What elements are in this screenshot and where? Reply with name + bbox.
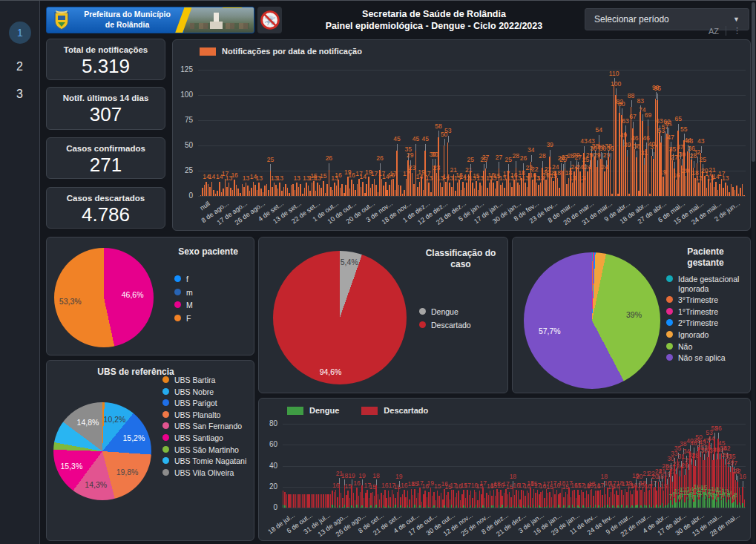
bar-dengue[interactable] <box>395 505 395 508</box>
bar[interactable] <box>578 168 579 196</box>
bar[interactable] <box>627 157 628 196</box>
bar-descartado[interactable] <box>528 493 529 505</box>
bar[interactable] <box>532 180 533 196</box>
bar-dengue[interactable] <box>649 505 650 508</box>
bar-dengue[interactable] <box>479 507 480 508</box>
bar-descartado[interactable] <box>300 494 301 508</box>
bar[interactable] <box>323 181 324 196</box>
bar-dengue[interactable] <box>730 497 731 508</box>
bar-dengue[interactable] <box>518 505 519 508</box>
bar[interactable] <box>211 182 213 196</box>
bar[interactable] <box>604 171 605 196</box>
bar-dengue[interactable] <box>568 505 569 508</box>
bar-descartado[interactable] <box>369 498 369 506</box>
bar-descartado[interactable] <box>642 488 643 506</box>
bar-descartado[interactable] <box>463 490 464 505</box>
bar[interactable] <box>221 192 223 196</box>
bar-descartado[interactable] <box>418 493 418 506</box>
bar-descartado[interactable] <box>321 494 322 508</box>
bar[interactable] <box>617 194 619 196</box>
bar-dengue[interactable] <box>491 505 492 508</box>
bar[interactable] <box>472 183 473 196</box>
bar[interactable] <box>517 183 519 196</box>
bar-descartado[interactable] <box>409 499 410 507</box>
bar[interactable] <box>587 171 588 196</box>
ubs-referencia-chart[interactable]: UBS de referência 10,2%15,2%19,8%14,3%15… <box>46 360 254 541</box>
bar-dengue[interactable] <box>444 505 444 508</box>
bar-descartado[interactable] <box>619 488 620 506</box>
bar-dengue[interactable] <box>674 498 674 508</box>
bar-descartado[interactable] <box>386 498 387 508</box>
bar[interactable] <box>589 167 591 196</box>
legend-item[interactable]: UBS Planalto <box>162 410 250 420</box>
bar-descartado[interactable] <box>482 488 483 505</box>
legend-item[interactable]: Ignorado <box>666 330 746 340</box>
bar[interactable] <box>538 185 539 196</box>
bar-dengue[interactable] <box>383 505 384 508</box>
bar[interactable] <box>653 159 654 196</box>
bar-descartado[interactable] <box>397 492 398 508</box>
bar-descartado[interactable] <box>491 496 492 505</box>
bar-descartado[interactable] <box>451 490 452 505</box>
bar-descartado[interactable] <box>634 490 634 507</box>
bar[interactable] <box>385 182 387 196</box>
bar-dengue[interactable] <box>694 495 695 508</box>
bar-descartado[interactable] <box>514 495 515 508</box>
bar-descartado[interactable] <box>656 491 657 504</box>
bar-descartado[interactable] <box>635 485 636 505</box>
bar-dengue[interactable] <box>572 505 573 508</box>
bar-descartado[interactable] <box>311 494 312 508</box>
bar[interactable] <box>500 185 502 196</box>
notificacoes-plot[interactable]: 1414141713161314132513131313131513152613… <box>198 70 746 196</box>
bar-descartado[interactable] <box>631 494 632 506</box>
bar-dengue[interactable] <box>612 505 613 508</box>
bar[interactable] <box>208 184 209 196</box>
bar-dengue[interactable] <box>432 507 433 508</box>
bar-descartado[interactable] <box>353 493 354 506</box>
bar-descartado[interactable] <box>407 491 408 505</box>
bar-descartado[interactable] <box>612 488 613 505</box>
bar[interactable] <box>341 184 343 196</box>
bar-dengue[interactable] <box>446 507 447 508</box>
bar-descartado[interactable] <box>588 494 588 507</box>
bar-descartado[interactable] <box>292 494 292 508</box>
bar-descartado[interactable] <box>509 492 510 508</box>
bar[interactable] <box>313 181 315 196</box>
bar-dengue[interactable] <box>544 507 545 508</box>
bar[interactable] <box>217 191 218 196</box>
bar[interactable] <box>326 184 328 196</box>
bar-descartado[interactable] <box>412 495 413 507</box>
bar-dengue[interactable] <box>351 505 352 508</box>
bar-descartado[interactable] <box>372 492 373 508</box>
legend-item[interactable]: UBS Tomie Nagatani <box>162 456 250 466</box>
bar[interactable] <box>372 184 373 196</box>
bar[interactable] <box>614 85 615 196</box>
bar-descartado[interactable] <box>379 499 380 507</box>
bar-dengue[interactable] <box>626 505 627 508</box>
bar[interactable] <box>287 188 289 196</box>
bar-dengue[interactable] <box>476 505 476 508</box>
bar[interactable] <box>545 180 547 196</box>
bar-descartado[interactable] <box>644 492 645 505</box>
bar[interactable] <box>481 186 483 196</box>
bar[interactable] <box>329 170 330 196</box>
bar[interactable] <box>364 193 366 196</box>
bar-descartado[interactable] <box>654 487 655 508</box>
bar[interactable] <box>706 188 708 196</box>
bar[interactable] <box>358 179 360 196</box>
bar-descartado[interactable] <box>617 495 618 505</box>
bar-descartado[interactable] <box>551 497 552 507</box>
bar-dengue[interactable] <box>617 505 618 508</box>
bar-dengue[interactable] <box>598 505 599 508</box>
bar-descartado[interactable] <box>495 496 496 506</box>
bar[interactable] <box>727 186 729 196</box>
bar[interactable] <box>345 185 346 196</box>
bar-descartado[interactable] <box>605 494 606 508</box>
bar-descartado[interactable] <box>465 498 466 506</box>
legend-item[interactable]: Não <box>666 342 746 352</box>
bar[interactable] <box>406 179 407 196</box>
bar-descartado[interactable] <box>500 490 501 507</box>
bar-dengue[interactable] <box>712 499 713 508</box>
bar[interactable] <box>527 187 528 196</box>
bar[interactable] <box>540 183 542 196</box>
